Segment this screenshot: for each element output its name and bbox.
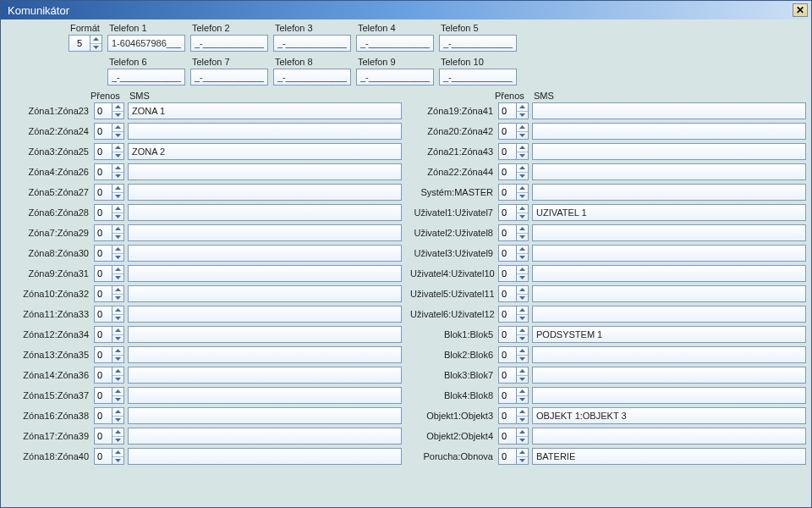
spin-down-icon[interactable]: [517, 172, 528, 180]
prenos-input[interactable]: [498, 224, 517, 241]
sms-input[interactable]: [532, 204, 806, 221]
close-button[interactable]: ✕: [793, 3, 808, 17]
sms-input[interactable]: [128, 204, 402, 221]
spin-down-icon[interactable]: [517, 111, 528, 119]
prenos-input[interactable]: [94, 143, 112, 160]
prenos-spinner[interactable]: [94, 245, 124, 262]
spin-down-icon[interactable]: [517, 253, 528, 262]
spin-down-icon[interactable]: [517, 334, 528, 343]
prenos-input[interactable]: [94, 224, 112, 241]
sms-input[interactable]: [128, 143, 402, 160]
spin-buttons[interactable]: [517, 387, 529, 404]
prenos-spinner[interactable]: [498, 285, 529, 302]
spin-down-icon[interactable]: [112, 152, 123, 160]
prenos-spinner[interactable]: [94, 265, 124, 282]
prenos-spinner[interactable]: [94, 367, 124, 384]
spin-down-icon[interactable]: [112, 416, 123, 424]
spin-buttons[interactable]: [112, 224, 124, 241]
spin-buttons[interactable]: [517, 448, 529, 465]
prenos-spinner[interactable]: [498, 407, 529, 424]
spin-up-icon[interactable]: [112, 327, 123, 334]
sms-input[interactable]: [532, 245, 806, 262]
prenos-spinner[interactable]: [498, 387, 529, 404]
spin-buttons[interactable]: [112, 123, 124, 140]
prenos-input[interactable]: [498, 428, 517, 444]
sms-input[interactable]: [532, 123, 806, 140]
spin-buttons[interactable]: [112, 143, 124, 160]
spin-buttons[interactable]: [517, 367, 529, 384]
prenos-input[interactable]: [498, 306, 517, 323]
prenos-spinner[interactable]: [94, 387, 124, 404]
spin-buttons[interactable]: [517, 163, 529, 180]
spin-down-icon[interactable]: [112, 456, 123, 465]
sms-input[interactable]: [532, 102, 806, 119]
prenos-input[interactable]: [498, 346, 517, 363]
spin-buttons[interactable]: [112, 306, 124, 323]
prenos-input[interactable]: [498, 204, 517, 221]
prenos-input[interactable]: [94, 204, 112, 221]
spin-up-icon[interactable]: [112, 246, 123, 253]
spin-down-icon[interactable]: [112, 172, 123, 180]
tel-input-6[interactable]: [107, 69, 185, 86]
spin-down-icon[interactable]: [517, 192, 528, 201]
spin-buttons[interactable]: [517, 143, 529, 160]
spin-up-icon[interactable]: [517, 428, 528, 436]
spin-buttons[interactable]: [112, 245, 124, 262]
prenos-spinner[interactable]: [498, 428, 529, 444]
prenos-spinner[interactable]: [94, 143, 124, 160]
spin-buttons[interactable]: [112, 387, 124, 404]
spin-down-icon[interactable]: [112, 131, 123, 140]
spin-buttons[interactable]: [112, 265, 124, 282]
spin-up-icon[interactable]: [517, 306, 528, 314]
spin-down-icon[interactable]: [112, 375, 123, 384]
spin-up-icon[interactable]: [517, 327, 528, 334]
prenos-spinner[interactable]: [94, 204, 124, 221]
prenos-spinner[interactable]: [94, 184, 124, 201]
prenos-spinner[interactable]: [94, 428, 124, 444]
spin-up-icon[interactable]: [112, 428, 123, 436]
sms-input[interactable]: [128, 346, 402, 363]
spin-up-icon[interactable]: [112, 388, 123, 395]
spin-down-icon[interactable]: [112, 253, 123, 262]
spin-buttons[interactable]: [112, 346, 124, 363]
spin-up-icon[interactable]: [112, 185, 123, 192]
prenos-spinner[interactable]: [498, 245, 529, 262]
tel-input-5[interactable]: [439, 35, 517, 52]
prenos-spinner[interactable]: [94, 346, 124, 363]
sms-input[interactable]: [532, 285, 806, 302]
spin-buttons[interactable]: [517, 428, 529, 444]
spin-buttons[interactable]: [112, 448, 124, 465]
prenos-input[interactable]: [94, 245, 112, 262]
spin-buttons[interactable]: [517, 346, 529, 363]
prenos-input[interactable]: [94, 163, 112, 180]
prenos-input[interactable]: [498, 448, 517, 465]
spin-down-icon[interactable]: [517, 294, 528, 302]
spin-buttons[interactable]: [112, 428, 124, 444]
sms-input[interactable]: [128, 163, 402, 180]
sms-input[interactable]: [128, 102, 402, 119]
spin-buttons[interactable]: [112, 407, 124, 424]
sms-input[interactable]: [532, 367, 806, 384]
spin-up-icon[interactable]: [517, 388, 528, 395]
prenos-input[interactable]: [498, 245, 517, 262]
spin-down-icon[interactable]: [112, 233, 123, 241]
spin-up-icon[interactable]: [91, 36, 102, 43]
prenos-spinner[interactable]: [498, 123, 529, 140]
spin-up-icon[interactable]: [112, 286, 123, 294]
prenos-spinner[interactable]: [94, 102, 124, 119]
tel-input-10[interactable]: [439, 69, 517, 86]
prenos-input[interactable]: [498, 123, 517, 140]
sms-input[interactable]: [128, 306, 402, 323]
prenos-spinner[interactable]: [94, 407, 124, 424]
prenos-spinner[interactable]: [498, 448, 529, 465]
prenos-input[interactable]: [94, 428, 112, 444]
prenos-input[interactable]: [498, 102, 517, 119]
spin-down-icon[interactable]: [517, 436, 528, 444]
format-input[interactable]: [69, 35, 91, 52]
prenos-spinner[interactable]: [94, 285, 124, 302]
sms-input[interactable]: [532, 265, 806, 282]
prenos-input[interactable]: [498, 285, 517, 302]
spin-up-icon[interactable]: [517, 164, 528, 172]
spin-down-icon[interactable]: [112, 273, 123, 282]
prenos-spinner[interactable]: [94, 326, 124, 343]
